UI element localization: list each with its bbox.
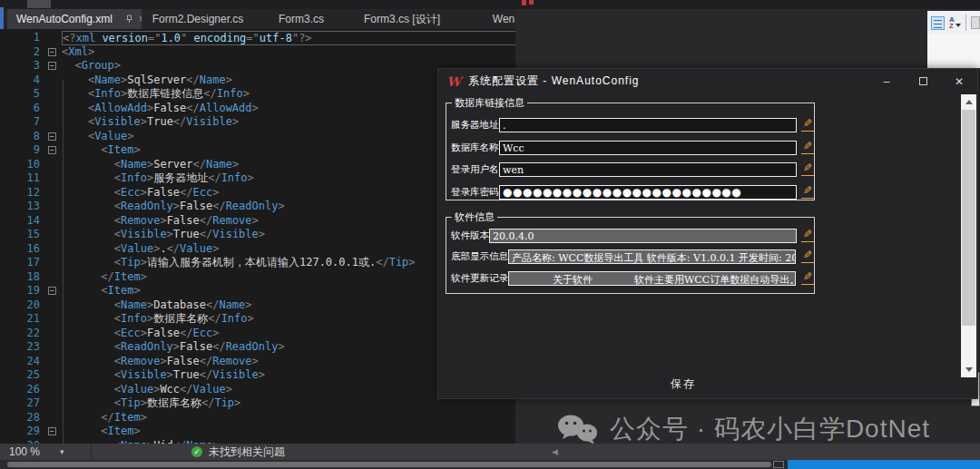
tab-form2-designer-cs[interactable]: Form2.Designer.cs	[142, 9, 254, 29]
line-number: 27	[0, 396, 47, 411]
edit-pencil-icon[interactable]: ✎	[801, 141, 814, 154]
fold-column	[47, 214, 62, 229]
tab-label: Form3.cs [设计]	[364, 12, 440, 27]
line-number: 12	[0, 186, 47, 200]
fold-column	[47, 73, 62, 88]
line-number: 15	[0, 228, 47, 242]
field-input[interactable]: 关于软件软件主要用WCC订单数据自动导出。	[508, 271, 796, 286]
tab-wenautoconfig-xml[interactable]: WenAutoConfig.xml✕	[7, 9, 142, 29]
collapse-arrow-icon[interactable]: ◀	[552, 447, 558, 456]
horizontal-scrollbar[interactable]	[7, 462, 771, 467]
fold-column	[47, 340, 62, 355]
dialog-title: 系统配置设置 - WenAutoConfig	[468, 73, 640, 89]
field-row: 软件更新记录关于软件软件主要用WCC订单数据自动导出。✎	[446, 271, 814, 286]
field-label: 服务器地址	[451, 119, 499, 132]
toolbar-separator	[965, 15, 966, 31]
field-input[interactable]: ●●●●●●●●●●●●●●●●●●●●●●●●	[499, 185, 797, 200]
tab-form3-cs[interactable]: Form3.cs	[254, 9, 348, 29]
minimize-button[interactable]: –	[868, 69, 905, 93]
field-row: 软件版本20.0.4.0✎	[446, 229, 814, 243]
field-input[interactable]: 产品名称: WCC数据导出工具 软件版本: V1.0.0.1 开发时间: 202…	[508, 249, 796, 264]
field-input[interactable]: .	[499, 118, 797, 132]
dialog-scrollbar[interactable]	[961, 94, 976, 377]
field-input[interactable]: Wcc	[499, 141, 797, 155]
tab-label: Form2.Designer.cs	[152, 13, 244, 25]
edit-pencil-icon[interactable]: ✎	[801, 271, 814, 285]
maximize-button[interactable]	[905, 69, 941, 93]
scroll-down-icon[interactable]	[961, 362, 976, 377]
field-row: 数据库名称Wcc✎	[446, 141, 814, 155]
fold-column: −	[47, 425, 62, 439]
line-number: 16	[0, 242, 47, 257]
group-software-info: 软件信息 软件版本20.0.4.0✎底部显示信息产品名称: WCC数据导出工具 …	[446, 217, 815, 294]
field-input[interactable]: wen	[499, 162, 797, 177]
edit-pencil-icon[interactable]: ✎	[801, 162, 814, 176]
bottom-strip	[0, 460, 980, 469]
field-input[interactable]: 20.0.4.0	[489, 229, 797, 243]
fold-marker-icon[interactable]: −	[48, 132, 56, 141]
scroll-up-icon[interactable]	[961, 94, 976, 110]
tab-form3-cs-[interactable]: Form3.cs [设计]	[348, 9, 456, 29]
health-check-icon: ✓	[191, 446, 202, 457]
fold-column: −	[47, 143, 62, 158]
edit-pencil-icon[interactable]: ✎	[801, 185, 814, 199]
line-number: 25	[0, 368, 47, 383]
line-number: 11	[0, 171, 47, 186]
toolbar-fragment	[27, 0, 51, 8]
line-number: 13	[0, 200, 47, 214]
fold-marker-icon[interactable]: −	[48, 62, 56, 70]
line-number: 10	[0, 158, 47, 172]
fold-column	[47, 312, 62, 327]
fold-marker-icon[interactable]: −	[48, 146, 56, 154]
fold-column	[47, 411, 62, 425]
fold-marker-icon[interactable]: −	[48, 48, 56, 56]
line-number: 3	[0, 59, 47, 73]
red-logo-fragment-icon	[529, 0, 534, 5]
scrollbar-gripper[interactable]	[773, 461, 784, 468]
line-number: 2	[0, 45, 47, 60]
fold-column	[47, 256, 62, 270]
categorized-view-icon[interactable]	[931, 16, 945, 30]
toolbar-icon-partial[interactable]	[971, 16, 980, 29]
dialog-titlebar[interactable]: W 系统配置设置 - WenAutoConfig – ✕	[438, 69, 977, 93]
edit-pencil-icon[interactable]: ✎	[801, 229, 814, 242]
field-row: 底部显示信息产品名称: WCC数据导出工具 软件版本: V1.0.0.1 开发时…	[446, 249, 814, 264]
line-number: 19	[0, 284, 47, 298]
status-message: 未找到相关问题	[209, 445, 285, 460]
scrollbar-thumb[interactable]	[962, 110, 975, 326]
watermark: 公众号 · 码农小白学DotNet	[557, 412, 930, 446]
pin-icon[interactable]	[125, 15, 133, 24]
editor-zoom-control[interactable]: 100 % ▾	[0, 445, 91, 458]
field-label: 底部显示信息	[451, 250, 508, 263]
line-number: 23	[0, 340, 47, 355]
fold-column: −	[47, 130, 62, 144]
fold-marker-icon[interactable]: −	[48, 427, 56, 435]
maximize-icon	[919, 77, 927, 85]
close-button[interactable]: ✕	[941, 69, 977, 93]
fold-column	[47, 171, 62, 186]
fold-column	[47, 242, 62, 257]
fold-column	[47, 270, 62, 285]
tab-label: Form3.cs	[279, 13, 324, 25]
save-button[interactable]: 保存	[652, 376, 715, 393]
fold-column	[47, 115, 62, 130]
fold-column: −	[47, 284, 62, 298]
field-label: 登录库密码	[451, 186, 499, 199]
alphabetical-sort-icon[interactable]: AZ	[949, 16, 961, 29]
tab-label: WenAutoConfig.xml	[16, 13, 113, 25]
about-software-label[interactable]: 关于软件	[553, 273, 593, 285]
wechat-icon	[557, 414, 599, 445]
fold-column	[47, 383, 62, 397]
app-logo-icon: W	[446, 74, 461, 89]
field-row: 服务器地址.✎	[446, 118, 814, 132]
line-number: 14	[0, 214, 47, 229]
field-label: 软件更新记录	[451, 272, 508, 285]
line-number: 8	[0, 130, 47, 144]
line-number: 29	[0, 425, 47, 439]
fold-marker-icon[interactable]: −	[48, 287, 56, 295]
fold-column	[47, 200, 62, 214]
edit-pencil-icon[interactable]: ✎	[801, 249, 814, 263]
line-number: 5	[0, 87, 47, 102]
line-number: 20	[0, 298, 47, 313]
edit-pencil-icon[interactable]: ✎	[801, 118, 814, 132]
